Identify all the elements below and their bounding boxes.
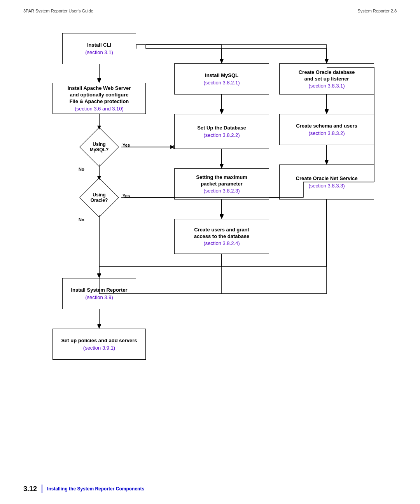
install-apache-link: (section 3.6 and 3.10)	[75, 106, 124, 112]
svg-marker-9	[325, 59, 329, 63]
mysql-yes-label: Yes	[122, 143, 130, 147]
footer-page-number: 3.12	[23, 485, 37, 493]
svg-marker-60	[325, 161, 329, 164]
svg-marker-50	[97, 274, 101, 278]
install-cli-title: Install CLI	[87, 42, 111, 49]
install-apache-title: Install Apache Web Serverand optionally …	[68, 85, 131, 105]
svg-marker-28	[325, 160, 329, 164]
install-cli-link: (section 3.1)	[85, 49, 113, 55]
setup-db-title: Set Up the Database	[197, 125, 246, 131]
footer-section-text: Installing the System Reporter Component…	[47, 486, 144, 492]
svg-marker-45	[170, 145, 174, 149]
setup-policies-link: (section 3.9.1)	[83, 345, 115, 351]
svg-marker-26	[325, 109, 329, 114]
svg-marker-58	[325, 110, 329, 114]
svg-marker-6	[220, 59, 224, 63]
create-net-service-box: Create Oracle Net Service (section 3.8.3…	[279, 164, 374, 200]
install-reporter-link: (section 3.9)	[85, 294, 113, 300]
install-reporter-box: Install System Reporter (section 3.9)	[62, 278, 136, 309]
max-packet-title: Setting the maximumpacket parameter	[196, 174, 247, 187]
header-right: System Reporter 2.8	[357, 9, 397, 13]
svg-marker-18	[97, 273, 101, 278]
install-mysql-title: Install MySQL	[205, 72, 238, 79]
oracle-no-label: No	[79, 217, 84, 222]
oracle-diamond-label: UsingOracle?	[84, 192, 115, 203]
install-cli-box: Install CLI (section 3.1)	[62, 33, 136, 64]
install-mysql-link: (section 3.8.2.1)	[203, 80, 240, 86]
svg-marker-52	[220, 110, 224, 114]
oracle-yes-label: Yes	[122, 193, 130, 198]
install-mysql-box: Install MySQL (section 3.8.2.1)	[174, 63, 269, 94]
svg-marker-54	[220, 164, 224, 168]
svg-marker-24	[220, 214, 224, 219]
create-oracle-db-box: Create Oracle databaseand set up listene…	[279, 63, 374, 94]
footer-divider	[42, 485, 42, 493]
svg-marker-33	[97, 324, 101, 329]
create-schema-title: Create schema and users	[296, 123, 357, 130]
svg-marker-20	[220, 109, 224, 114]
install-apache-box: Install Apache Web Serverand optionally …	[52, 83, 146, 114]
mysql-diamond-label: UsingMySQL?	[84, 142, 115, 153]
create-users-mysql-box: Create users and grantaccess to the data…	[174, 219, 269, 254]
svg-marker-66	[97, 325, 101, 329]
max-packet-box: Setting the maximumpacket parameter (sec…	[174, 168, 269, 200]
footer: 3.12 Installing the System Reporter Comp…	[23, 485, 144, 493]
setup-db-link: (section 3.8.2.2)	[203, 132, 240, 138]
create-net-service-link: (section 3.8.3.3)	[308, 183, 345, 189]
create-schema-link: (section 3.8.3.2)	[308, 130, 345, 136]
max-packet-link: (section 3.8.2.3)	[203, 188, 240, 194]
setup-policies-box: Set up policies and add servers (section…	[52, 329, 146, 360]
svg-marker-41	[97, 79, 101, 83]
create-users-mysql-link: (section 3.8.2.4)	[203, 240, 240, 246]
svg-marker-39	[325, 60, 329, 63]
header: 3PAR System Reporter User's Guide System…	[0, 0, 420, 13]
svg-marker-22	[220, 164, 224, 168]
create-oracle-db-link: (section 3.8.3.1)	[308, 83, 345, 89]
install-reporter-title: Install System Reporter	[71, 287, 127, 294]
svg-marker-56	[220, 215, 224, 219]
create-net-service-title: Create Oracle Net Service	[296, 175, 358, 182]
svg-marker-1	[97, 78, 101, 83]
mysql-no-label: No	[79, 167, 84, 172]
header-left: 3PAR System Reporter User's Guide	[23, 9, 93, 13]
setup-db-box: Set Up the Database (section 3.8.2.2)	[174, 114, 269, 149]
create-schema-box: Create schema and users (section 3.8.3.2…	[279, 114, 374, 145]
setup-policies-title: Set up policies and add servers	[61, 338, 137, 344]
create-users-mysql-title: Create users and grantaccess to the data…	[194, 227, 249, 240]
oracle-diamond: UsingOracle? Yes No	[78, 180, 121, 215]
svg-marker-37	[220, 60, 224, 63]
mysql-diamond: UsingMySQL? Yes No	[78, 130, 121, 164]
create-oracle-db-title: Create Oracle databaseand set up listene…	[299, 69, 355, 82]
